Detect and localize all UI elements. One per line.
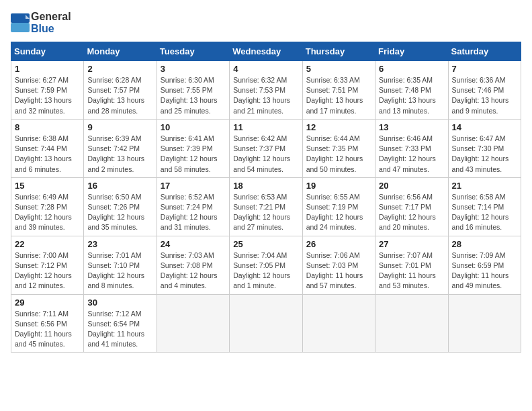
week-row-2: 8Sunrise: 6:38 AMSunset: 7:44 PMDaylight… xyxy=(11,119,521,177)
calendar-cell: 6Sunrise: 6:35 AMSunset: 7:48 PMDaylight… xyxy=(375,61,448,120)
calendar-cell xyxy=(448,294,521,353)
day-number: 5 xyxy=(306,64,371,74)
calendar-cell xyxy=(230,294,302,353)
cell-details: Sunrise: 6:28 AMSunset: 7:57 PMDaylight:… xyxy=(87,75,152,116)
calendar-cell: 27Sunrise: 7:07 AMSunset: 7:01 PMDayligh… xyxy=(375,236,448,294)
calendar-cell xyxy=(157,294,229,353)
weekday-saturday: Saturday xyxy=(448,42,521,61)
calendar-cell: 7Sunrise: 6:36 AMSunset: 7:46 PMDaylight… xyxy=(448,61,521,120)
cell-details: Sunrise: 6:56 AMSunset: 7:17 PMDaylight:… xyxy=(379,192,444,233)
cell-details: Sunrise: 6:32 AMSunset: 7:53 PMDaylight:… xyxy=(233,75,298,116)
cell-details: Sunrise: 6:52 AMSunset: 7:24 PMDaylight:… xyxy=(161,192,226,233)
calendar-cell: 11Sunrise: 6:42 AMSunset: 7:37 PMDayligh… xyxy=(230,119,302,177)
calendar-cell: 21Sunrise: 6:58 AMSunset: 7:14 PMDayligh… xyxy=(448,177,521,236)
cell-details: Sunrise: 7:11 AMSunset: 6:56 PMDaylight:… xyxy=(15,309,80,350)
day-number: 28 xyxy=(452,239,517,249)
calendar-cell: 24Sunrise: 7:03 AMSunset: 7:08 PMDayligh… xyxy=(157,236,229,294)
cell-details: Sunrise: 6:35 AMSunset: 7:48 PMDaylight:… xyxy=(379,75,444,116)
svg-rect-1 xyxy=(11,23,30,32)
logo-general: General xyxy=(31,11,71,22)
day-number: 10 xyxy=(161,122,226,132)
calendar-cell: 13Sunrise: 6:46 AMSunset: 7:33 PMDayligh… xyxy=(375,119,448,177)
weekday-tuesday: Tuesday xyxy=(157,42,229,61)
calendar-cell: 14Sunrise: 6:47 AMSunset: 7:30 PMDayligh… xyxy=(448,119,521,177)
calendar-cell: 12Sunrise: 6:44 AMSunset: 7:35 PMDayligh… xyxy=(302,119,375,177)
calendar-cell: 30Sunrise: 7:12 AMSunset: 6:54 PMDayligh… xyxy=(84,294,157,353)
day-number: 26 xyxy=(306,239,371,249)
calendar-table: SundayMondayTuesdayWednesdayThursdayFrid… xyxy=(11,42,521,353)
calendar-cell: 28Sunrise: 7:09 AMSunset: 6:59 PMDayligh… xyxy=(448,236,521,294)
weekday-thursday: Thursday xyxy=(302,42,375,61)
calendar-cell: 4Sunrise: 6:32 AMSunset: 7:53 PMDaylight… xyxy=(230,61,302,120)
calendar-cell: 9Sunrise: 6:39 AMSunset: 7:42 PMDaylight… xyxy=(84,119,157,177)
calendar-cell: 3Sunrise: 6:30 AMSunset: 7:55 PMDaylight… xyxy=(157,61,229,120)
day-number: 29 xyxy=(15,298,80,308)
day-number: 14 xyxy=(452,122,517,132)
day-number: 20 xyxy=(379,181,444,191)
cell-details: Sunrise: 6:41 AMSunset: 7:39 PMDaylight:… xyxy=(161,134,226,175)
cell-details: Sunrise: 6:33 AMSunset: 7:51 PMDaylight:… xyxy=(306,75,371,116)
day-number: 13 xyxy=(379,122,444,132)
calendar-cell: 25Sunrise: 7:04 AMSunset: 7:05 PMDayligh… xyxy=(230,236,302,294)
logo-blue: Blue xyxy=(31,23,54,34)
cell-details: Sunrise: 7:06 AMSunset: 7:03 PMDaylight:… xyxy=(306,250,371,291)
day-number: 15 xyxy=(15,181,80,191)
day-number: 4 xyxy=(233,64,298,74)
day-number: 1 xyxy=(15,64,80,74)
day-number: 2 xyxy=(87,64,152,74)
cell-details: Sunrise: 6:46 AMSunset: 7:33 PMDaylight:… xyxy=(379,134,444,175)
calendar-cell: 8Sunrise: 6:38 AMSunset: 7:44 PMDaylight… xyxy=(11,119,84,177)
calendar-cell: 26Sunrise: 7:06 AMSunset: 7:03 PMDayligh… xyxy=(302,236,375,294)
day-number: 30 xyxy=(87,298,152,308)
weekday-friday: Friday xyxy=(375,42,448,61)
calendar-cell xyxy=(375,294,448,353)
cell-details: Sunrise: 6:39 AMSunset: 7:42 PMDaylight:… xyxy=(87,134,152,175)
cell-details: Sunrise: 6:30 AMSunset: 7:55 PMDaylight:… xyxy=(161,75,226,116)
day-number: 9 xyxy=(87,122,152,132)
calendar-cell: 15Sunrise: 6:49 AMSunset: 7:28 PMDayligh… xyxy=(11,177,84,236)
page-header: General Blue xyxy=(11,11,521,35)
week-row-5: 29Sunrise: 7:11 AMSunset: 6:56 PMDayligh… xyxy=(11,294,521,353)
week-row-1: 1Sunrise: 6:27 AMSunset: 7:59 PMDaylight… xyxy=(11,61,521,120)
calendar-cell: 16Sunrise: 6:50 AMSunset: 7:26 PMDayligh… xyxy=(84,177,157,236)
cell-details: Sunrise: 6:49 AMSunset: 7:28 PMDaylight:… xyxy=(15,192,80,233)
day-number: 17 xyxy=(161,181,226,191)
cell-details: Sunrise: 7:03 AMSunset: 7:08 PMDaylight:… xyxy=(161,250,226,291)
calendar-cell: 1Sunrise: 6:27 AMSunset: 7:59 PMDaylight… xyxy=(11,61,84,120)
calendar-cell: 10Sunrise: 6:41 AMSunset: 7:39 PMDayligh… xyxy=(157,119,229,177)
cell-details: Sunrise: 6:27 AMSunset: 7:59 PMDaylight:… xyxy=(15,75,80,116)
day-number: 16 xyxy=(87,181,152,191)
cell-details: Sunrise: 6:55 AMSunset: 7:19 PMDaylight:… xyxy=(306,192,371,233)
day-number: 11 xyxy=(233,122,298,132)
calendar-cell: 20Sunrise: 6:56 AMSunset: 7:17 PMDayligh… xyxy=(375,177,448,236)
weekday-sunday: Sunday xyxy=(11,42,84,61)
day-number: 22 xyxy=(15,239,80,249)
cell-details: Sunrise: 6:50 AMSunset: 7:26 PMDaylight:… xyxy=(87,192,152,233)
day-number: 18 xyxy=(233,181,298,191)
cell-details: Sunrise: 6:58 AMSunset: 7:14 PMDaylight:… xyxy=(452,192,517,233)
logo: General Blue xyxy=(11,11,71,35)
calendar-cell: 19Sunrise: 6:55 AMSunset: 7:19 PMDayligh… xyxy=(302,177,375,236)
day-number: 8 xyxy=(15,122,80,132)
day-number: 6 xyxy=(379,64,444,74)
weekday-header-row: SundayMondayTuesdayWednesdayThursdayFrid… xyxy=(11,42,521,61)
cell-details: Sunrise: 6:36 AMSunset: 7:46 PMDaylight:… xyxy=(452,75,517,116)
calendar-cell: 5Sunrise: 6:33 AMSunset: 7:51 PMDaylight… xyxy=(302,61,375,120)
cell-details: Sunrise: 7:00 AMSunset: 7:12 PMDaylight:… xyxy=(15,250,80,291)
cell-details: Sunrise: 6:42 AMSunset: 7:37 PMDaylight:… xyxy=(233,134,298,175)
week-row-3: 15Sunrise: 6:49 AMSunset: 7:28 PMDayligh… xyxy=(11,177,521,236)
weekday-wednesday: Wednesday xyxy=(230,42,302,61)
cell-details: Sunrise: 6:38 AMSunset: 7:44 PMDaylight:… xyxy=(15,134,80,175)
cell-details: Sunrise: 7:07 AMSunset: 7:01 PMDaylight:… xyxy=(379,250,444,291)
calendar-cell: 17Sunrise: 6:52 AMSunset: 7:24 PMDayligh… xyxy=(157,177,229,236)
calendar-cell: 29Sunrise: 7:11 AMSunset: 6:56 PMDayligh… xyxy=(11,294,84,353)
cell-details: Sunrise: 7:04 AMSunset: 7:05 PMDaylight:… xyxy=(233,250,298,291)
cell-details: Sunrise: 7:12 AMSunset: 6:54 PMDaylight:… xyxy=(87,309,152,350)
cell-details: Sunrise: 6:47 AMSunset: 7:30 PMDaylight:… xyxy=(452,134,517,175)
calendar-cell: 23Sunrise: 7:01 AMSunset: 7:10 PMDayligh… xyxy=(84,236,157,294)
cell-details: Sunrise: 6:44 AMSunset: 7:35 PMDaylight:… xyxy=(306,134,371,175)
day-number: 19 xyxy=(306,181,371,191)
cell-details: Sunrise: 7:09 AMSunset: 6:59 PMDaylight:… xyxy=(452,250,517,291)
day-number: 12 xyxy=(306,122,371,132)
day-number: 3 xyxy=(161,64,226,74)
